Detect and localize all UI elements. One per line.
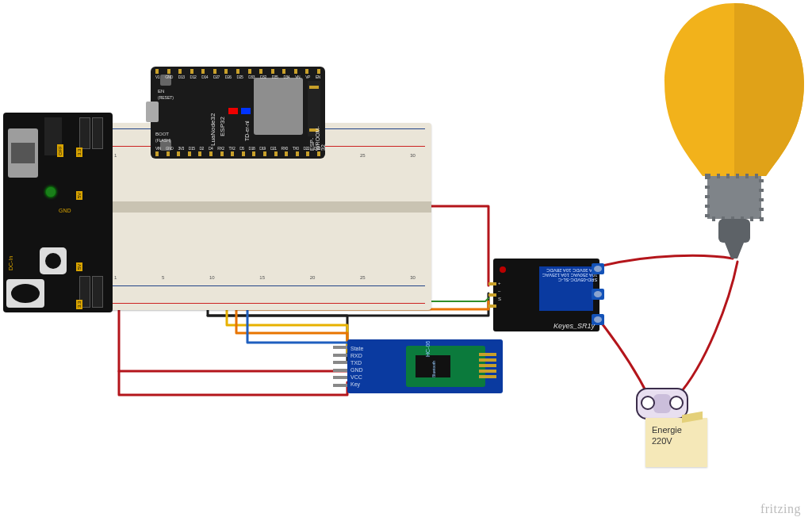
pin-labels-top: V1GNDD13D12D14D27D26D25D33D32D35D34VNVPE… — [155, 75, 320, 79]
relay-label: Keyes_SR1y — [553, 322, 595, 330]
pin-row-bottom — [155, 151, 320, 156]
gnd-label: GND — [59, 208, 71, 213]
relay-cube-text: SRD-05VDC-SL-C 10A 250VAC 10A 125VAC 10A… — [542, 268, 598, 282]
relay-led-icon — [500, 266, 506, 273]
hc06-bluetooth-module: StateRXDTXDGNDVCCKey HC-06 Bluetooth — [347, 339, 503, 393]
pin-labels-bottom: VINGND3V3D15D2D4RX2TX2D5D18D19D21RX0TX0D… — [155, 146, 320, 151]
en-sub: (RESET) — [158, 95, 174, 100]
pin-header — [333, 346, 347, 387]
micro-usb-port — [146, 102, 159, 122]
svg-rect-0 — [734, 3, 806, 176]
boot-sub: (FLASH) — [155, 138, 170, 143]
psu-rail-label: 5V — [76, 262, 82, 271]
dc-barrel-jack — [6, 279, 44, 308]
psu-rail-label: OFF — [57, 144, 63, 157]
usb-a-port — [8, 128, 38, 178]
relay-terminal-com — [592, 289, 604, 300]
boot-label: BOOT — [155, 132, 169, 136]
svg-rect-1 — [707, 176, 761, 219]
pin-row-top — [155, 69, 320, 74]
status-leds-icon — [228, 108, 251, 114]
wiring-diagram: 151015202530 151015202530 3.3 5V OFF 5V … — [0, 0, 812, 521]
hc06-pin-labels: StateRXDTXDGNDVCCKey — [350, 345, 363, 388]
power-led-icon — [46, 187, 56, 197]
light-bulb-icon — [663, 3, 806, 262]
bt-antenna-icon — [479, 351, 496, 382]
psu-rail-label: 3.3 — [76, 147, 82, 157]
rf-shield-icon — [254, 78, 303, 135]
psu-rail-label: 5V — [76, 191, 82, 200]
mains-connector-icon — [636, 388, 688, 419]
hc06-name: HC-06 — [425, 341, 431, 357]
esp32-board: EN (RESET) BOOT (FLASH) V1GNDD13D12D14D2… — [151, 67, 325, 159]
push-button — [40, 247, 67, 274]
energy-note: Energie 220V — [645, 418, 707, 467]
relay-input-header — [488, 282, 496, 308]
relay-terminal-no — [592, 263, 604, 274]
esp32-silk1: LuaNode32 — [209, 113, 216, 146]
psu-rail-label: 3.3 — [76, 300, 82, 309]
note-line2: 220V — [652, 435, 701, 446]
esp32-module-label: ESP-WROOM-32 — [309, 126, 326, 151]
relay-module: +–S SRD-05VDC-SL-C 10A 250VAC 10A 125VAC… — [493, 259, 599, 331]
power-supply-module: 3.3 5V OFF 5V 3.3 DC-In GND — [3, 113, 113, 312]
esp32-silk2: ESP32 — [219, 117, 226, 136]
note-line1: Energie — [652, 424, 701, 435]
en-label: EN — [158, 89, 164, 94]
relay-pin-labels: +–S — [498, 279, 501, 303]
esp32-silk3: TD-er-nl — [244, 121, 250, 141]
dcin-label: DC-In — [8, 256, 13, 270]
fritzing-watermark: fritzing — [760, 502, 801, 516]
hc06-sub: Bluetooth — [431, 361, 436, 377]
svg-rect-3 — [718, 219, 750, 243]
